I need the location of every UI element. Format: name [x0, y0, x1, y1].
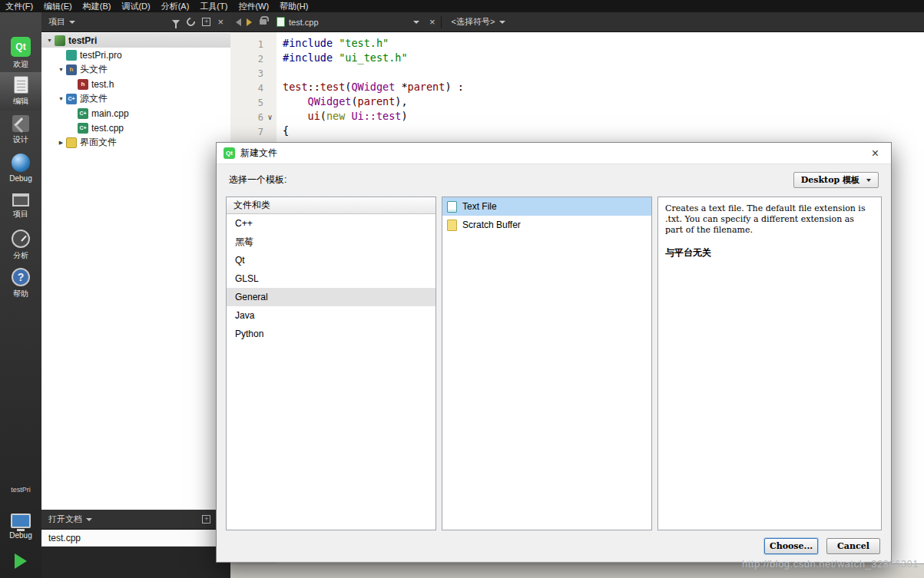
- mode-label: 分析: [13, 250, 28, 261]
- project-pane-selector[interactable]: 项目: [45, 15, 172, 29]
- run-button[interactable]: [0, 553, 41, 569]
- folder-ui-icon: [66, 137, 77, 148]
- chevron-right-icon[interactable]: [56, 140, 66, 146]
- tree-item[interactable]: testPri: [41, 33, 230, 48]
- active-project-label: testPri: [0, 486, 41, 494]
- forward-arrow-icon[interactable]: [247, 18, 252, 26]
- line-number: 2: [230, 51, 277, 66]
- split-pane-icon[interactable]: [202, 515, 210, 524]
- sidebar-item-design[interactable]: 设计: [0, 111, 41, 149]
- close-document-icon[interactable]: [429, 17, 436, 27]
- menu-item[interactable]: 调试(D): [116, 0, 155, 12]
- template-description-panel: Creates a text file. The default file ex…: [657, 197, 882, 530]
- chevron-down-icon: [866, 179, 871, 182]
- category-panel: 文件和类 C++黑莓QtGLSLGeneralJavaPython: [226, 197, 436, 530]
- template-item[interactable]: Scratch Buffer: [442, 216, 651, 234]
- category-item[interactable]: Java: [227, 306, 436, 325]
- folder-h-icon: [66, 64, 77, 75]
- qt-creator-window: 文件(F)编辑(E)构建(B)调试(D)分析(A)工具(T)控件(W)帮助(H)…: [0, 0, 924, 578]
- tree-item[interactable]: 头文件: [41, 62, 230, 77]
- template-item[interactable]: Text File: [442, 197, 651, 216]
- category-item[interactable]: C++: [227, 214, 436, 233]
- category-item[interactable]: 黑莓: [227, 233, 436, 251]
- cancel-button[interactable]: Cancel: [826, 538, 880, 554]
- editor-toolbar: test.cpp <选择符号>: [230, 12, 924, 32]
- code-line: [283, 66, 924, 81]
- template-label: Scratch Buffer: [462, 220, 521, 230]
- back-arrow-icon[interactable]: [236, 18, 241, 26]
- line-number: 7: [230, 124, 277, 139]
- sidebar-item-projects[interactable]: 项目: [0, 187, 41, 226]
- chevron-down-icon[interactable]: [45, 38, 55, 43]
- chevron-down-icon[interactable]: [56, 96, 66, 101]
- kit-selector[interactable]: Debug: [0, 514, 41, 540]
- category-item[interactable]: General: [227, 288, 436, 306]
- dialog-buttons: Choose... Cancel: [226, 530, 882, 555]
- fold-icon[interactable]: [263, 113, 277, 121]
- project-pane-toolbar: [172, 17, 227, 27]
- split-pane-icon[interactable]: [202, 18, 210, 26]
- left-pane-filler: [41, 547, 230, 578]
- sync-icon[interactable]: [185, 16, 197, 28]
- line-number: 6: [230, 110, 277, 124]
- tree-item[interactable]: main.cpp: [41, 106, 230, 121]
- menu-item[interactable]: 控件(W): [233, 0, 274, 12]
- tree-item[interactable]: test.h: [41, 77, 230, 91]
- sidebar-item-debug[interactable]: Debug: [0, 149, 41, 187]
- tree-item[interactable]: 源文件: [41, 91, 230, 106]
- mode-label: 帮助: [13, 289, 28, 299]
- open-document-item[interactable]: test.cpp: [41, 530, 230, 547]
- menu-item[interactable]: 帮助(H): [274, 0, 313, 12]
- line-number: 3: [230, 66, 277, 81]
- tree-item[interactable]: testPri.pro: [41, 48, 230, 62]
- chevron-down-icon[interactable]: [56, 67, 66, 72]
- project-pane-title: 项目: [48, 16, 65, 28]
- open-file-combo[interactable]: test.cpp: [272, 15, 424, 28]
- sidebar-item-welcome[interactable]: 欢迎: [0, 34, 41, 72]
- file-cpp-icon: [78, 108, 88, 119]
- dialog-titlebar[interactable]: 新建文件: [217, 143, 891, 164]
- tree-item[interactable]: test.cpp: [41, 121, 230, 135]
- code-line: test::test(QWidget *parent) :: [283, 81, 924, 95]
- category-item[interactable]: Qt: [227, 251, 436, 269]
- mode-sidebar-items: 欢迎编辑设计Debug项目分析帮助: [0, 12, 41, 302]
- platform-filter-combo[interactable]: Desktop 模板: [793, 172, 879, 188]
- debug-icon: [12, 154, 30, 172]
- dialog-close-icon[interactable]: [866, 147, 884, 160]
- tree-label: testPri.pro: [80, 50, 122, 61]
- tree-item[interactable]: 界面文件: [41, 135, 230, 150]
- mode-label: 欢迎: [13, 59, 28, 70]
- filter-icon[interactable]: [172, 20, 180, 25]
- category-item[interactable]: Python: [227, 325, 436, 343]
- menu-item[interactable]: 编辑(E): [38, 0, 78, 12]
- mode-label: 设计: [13, 134, 28, 145]
- menu-item[interactable]: 文件(F): [0, 0, 38, 12]
- choose-button[interactable]: Choose...: [764, 538, 818, 554]
- template-description: Creates a text file. The default file ex…: [665, 203, 874, 236]
- template-list: Text FileScratch Buffer: [442, 197, 652, 530]
- close-pane-icon[interactable]: [217, 17, 224, 27]
- menu-item[interactable]: 构建(B): [78, 0, 117, 12]
- category-item[interactable]: GLSL: [227, 269, 436, 288]
- menu-item[interactable]: 工具(T): [194, 0, 233, 12]
- mode-sidebar: 欢迎编辑设计Debug项目分析帮助 testPri Debug: [0, 12, 41, 578]
- lock-icon: [260, 19, 267, 25]
- sidebar-item-analyze[interactable]: 分析: [0, 226, 41, 264]
- edit-icon: [14, 76, 28, 94]
- chevron-down-icon: [86, 518, 92, 521]
- menu-item[interactable]: 分析(A): [156, 0, 195, 12]
- open-documents-selector[interactable]: 打开文档: [45, 512, 202, 527]
- file-h-icon: [78, 79, 88, 90]
- folder-cpp-icon: [66, 94, 77, 104]
- sidebar-item-help[interactable]: 帮助: [0, 264, 41, 302]
- open-documents-list: test.cpp: [41, 530, 230, 547]
- dialog-panels: 文件和类 C++黑莓QtGLSLGeneralJavaPython Text F…: [226, 197, 882, 530]
- mode-label: 项目: [13, 209, 28, 220]
- qt-logo-icon: [224, 147, 235, 159]
- sidebar-item-edit[interactable]: 编辑: [0, 72, 41, 111]
- symbol-combo[interactable]: <选择符号>: [447, 15, 521, 29]
- play-icon: [15, 553, 27, 569]
- open-documents-title: 打开文档: [48, 514, 82, 525]
- tree-label: 界面文件: [80, 136, 117, 149]
- categories-header: 文件和类: [227, 197, 436, 214]
